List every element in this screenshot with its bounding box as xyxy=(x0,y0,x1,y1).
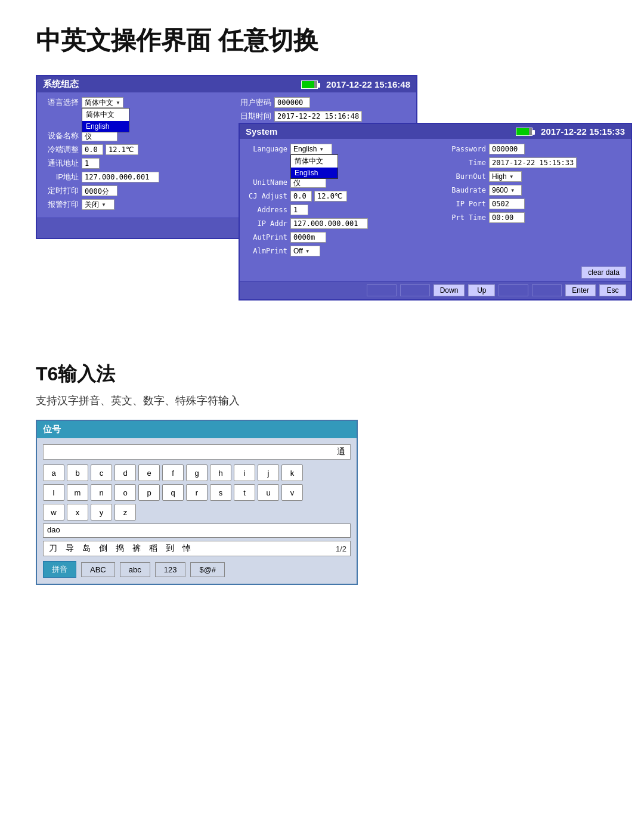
cn-addr-label: 通讯地址 xyxy=(43,158,82,169)
mode-123[interactable]: 123 xyxy=(155,562,186,577)
en-addr-label: Address xyxy=(246,206,290,214)
kb-page-indicator: 1/2 xyxy=(336,544,346,553)
en-autprint-input[interactable]: 0000m xyxy=(290,232,326,243)
kb-row3: w x y z xyxy=(43,504,351,521)
cn-lang-dropdown-wrap[interactable]: 简体中文 简体中文 English xyxy=(82,97,123,108)
en-lang-opt1[interactable]: 简体中文 xyxy=(291,155,338,168)
candidate-3[interactable]: 岛 xyxy=(80,543,92,554)
en-cleardata-container: clear data xyxy=(240,264,631,281)
cn-dt-row: 日期时间 2017-12-22 15:16:48 xyxy=(236,111,410,122)
en-pwd-input[interactable]: 000000 xyxy=(489,144,525,154)
key-k[interactable]: k xyxy=(281,464,303,481)
key-y[interactable]: y xyxy=(91,504,112,521)
cn-datetime: 2017-12-22 15:16:48 xyxy=(326,79,410,89)
cn-lang-select[interactable]: 简体中文 xyxy=(82,97,123,108)
key-x[interactable]: x xyxy=(67,504,88,521)
screens-container: 系统组态 2017-12-22 15:16:48 语言选择 简体中文 简体中文 xyxy=(36,75,572,326)
en-ipport-label: IP Port xyxy=(444,200,489,208)
key-n[interactable]: n xyxy=(91,484,112,501)
en-pwd-row: Password 000000 xyxy=(444,144,625,154)
key-p[interactable]: p xyxy=(138,484,160,501)
candidate-9[interactable]: 悼 xyxy=(181,543,193,554)
en-cj-val1[interactable]: 0.0 xyxy=(290,191,312,202)
key-o[interactable]: o xyxy=(114,484,136,501)
kb-pinyin-input[interactable]: dao xyxy=(43,523,351,538)
cn-timer-input[interactable]: 0000分 xyxy=(82,185,117,196)
key-e[interactable]: e xyxy=(138,464,160,481)
candidate-5[interactable]: 捣 xyxy=(114,543,126,554)
en-cj-row: CJ Adjust 0.0 12.0℃ xyxy=(246,191,426,202)
key-d[interactable]: d xyxy=(114,464,136,481)
candidate-1[interactable]: 刀 xyxy=(47,543,59,554)
en-up-btn[interactable]: Up xyxy=(468,284,495,296)
cn-timer-label: 定时打印 xyxy=(43,185,82,196)
key-l[interactable]: l xyxy=(43,484,64,501)
candidate-2[interactable]: 导 xyxy=(64,543,76,554)
cn-lang-opt1[interactable]: 简体中文 xyxy=(82,109,129,121)
key-z[interactable]: z xyxy=(114,504,136,521)
mode-abc-upper[interactable]: ABC xyxy=(81,562,115,577)
cn-screen-header: 系统组态 2017-12-22 15:16:48 xyxy=(37,76,416,92)
key-c[interactable]: c xyxy=(91,464,112,481)
key-s[interactable]: s xyxy=(210,484,231,501)
en-lang-menu: 简体中文 English xyxy=(290,154,338,179)
cn-addr-input[interactable]: 1 xyxy=(82,158,100,169)
en-lang-opt2[interactable]: English xyxy=(291,168,338,178)
cn-devname-row: 设备名称 仪 xyxy=(43,131,218,141)
en-baud-row: Baudrate 9600 xyxy=(444,185,625,196)
en-down-btn[interactable]: Down xyxy=(434,284,465,296)
key-h[interactable]: h xyxy=(210,464,231,481)
candidate-4[interactable]: 倒 xyxy=(97,543,109,554)
key-t[interactable]: t xyxy=(234,484,255,501)
key-j[interactable]: j xyxy=(258,464,279,481)
key-w[interactable]: w xyxy=(43,504,64,521)
candidate-8[interactable]: 到 xyxy=(164,543,176,554)
key-i[interactable]: i xyxy=(234,464,255,481)
en-lang-select[interactable]: English xyxy=(290,144,332,154)
mode-symbol[interactable]: $@# xyxy=(190,562,225,577)
cn-cj-val2[interactable]: 12.1℃ xyxy=(106,144,138,155)
en-lang-dropdown-wrap[interactable]: English 简体中文 English xyxy=(290,144,332,154)
battery-icon xyxy=(301,80,318,89)
cn-cj-label: 冷端调整 xyxy=(43,144,82,155)
en-pwd-label: Password xyxy=(444,145,489,153)
en-time-input[interactable]: 2017-12-22 15:15:33 xyxy=(489,157,577,168)
cn-lang-opt2[interactable]: English xyxy=(82,121,129,132)
key-r[interactable]: r xyxy=(186,484,208,501)
key-m[interactable]: m xyxy=(67,484,88,501)
en-ip-input[interactable]: 127.000.000.001 xyxy=(290,218,368,229)
en-addr-row: Address 1 xyxy=(246,205,426,215)
en-ipport-input[interactable]: 0502 xyxy=(489,199,525,209)
cn-ip-input[interactable]: 127.000.000.001 xyxy=(82,172,159,182)
candidate-6[interactable]: 裤 xyxy=(131,543,143,554)
en-screen-header: System 2017-12-22 15:15:33 xyxy=(240,124,631,139)
clear-data-btn[interactable]: clear data xyxy=(581,267,626,278)
key-v[interactable]: v xyxy=(281,484,303,501)
key-f[interactable]: f xyxy=(162,464,184,481)
cn-lang-menu: 简体中文 English xyxy=(82,108,129,132)
en-btn2 xyxy=(400,284,430,296)
en-baud-select[interactable]: 9600 xyxy=(489,185,522,196)
key-q[interactable]: q xyxy=(162,484,184,501)
en-cj-val2[interactable]: 12.0℃ xyxy=(314,191,347,202)
en-battery-icon xyxy=(516,128,532,136)
en-almprint-select[interactable]: Off xyxy=(290,246,320,256)
candidate-7[interactable]: 稻 xyxy=(147,543,159,554)
mode-abc-lower[interactable]: abc xyxy=(120,562,150,577)
cn-pwd-input[interactable]: 000000 xyxy=(274,97,310,108)
cn-alarm-select[interactable]: 关闭 xyxy=(82,199,114,210)
cn-cj-val1[interactable]: 0.0 xyxy=(82,144,103,155)
en-enter-btn[interactable]: Enter xyxy=(565,284,596,296)
en-prttime-input[interactable]: 00:00 xyxy=(489,212,525,223)
en-addr-input[interactable]: 1 xyxy=(290,205,308,215)
en-esc-btn[interactable]: Esc xyxy=(599,284,626,296)
key-g[interactable]: g xyxy=(186,464,208,481)
cn-ip-label: IP地址 xyxy=(43,172,82,182)
en-burnout-select[interactable]: High xyxy=(489,171,522,182)
en-footer: Down Up Enter Esc xyxy=(240,281,631,299)
key-u[interactable]: u xyxy=(258,484,279,501)
key-b[interactable]: b xyxy=(67,464,88,481)
cn-dt-input[interactable]: 2017-12-22 15:16:48 xyxy=(274,111,362,122)
key-a[interactable]: a xyxy=(43,464,64,481)
mode-pinyin[interactable]: 拼音 xyxy=(43,561,76,578)
